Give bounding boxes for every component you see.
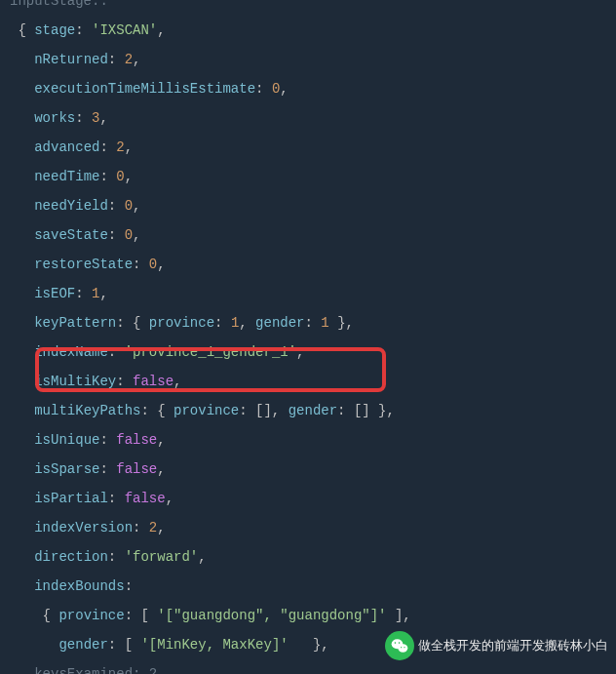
svg-point-1 <box>398 644 407 652</box>
token-key: needTime <box>34 169 99 184</box>
token-key: indexName <box>34 344 108 360</box>
code-line: indexBounds: <box>10 572 616 601</box>
code-line: { stage: 'IXSCAN', <box>10 16 616 45</box>
token-number: 0 <box>149 257 157 272</box>
token-number: 2 <box>125 52 133 67</box>
svg-point-4 <box>401 647 402 648</box>
token-bool: false <box>125 491 166 506</box>
token-key: isEOF <box>34 286 75 301</box>
token-key: province <box>58 608 124 623</box>
token-number: 2 <box>149 666 157 674</box>
token-number: 2 <box>149 520 157 535</box>
token-number: 0 <box>125 198 133 214</box>
code-line: restoreState: 0, <box>10 250 616 279</box>
token-key: isUnique <box>34 432 99 448</box>
code-line: keysExamined: 2 <box>10 659 616 674</box>
token-key: direction <box>34 549 108 565</box>
code-line: keyPattern: { province: 1, gender: 1 }, <box>10 308 616 337</box>
token-number: 0 <box>116 169 124 184</box>
token-key: multiKeyPaths <box>34 403 140 418</box>
svg-point-3 <box>399 642 401 644</box>
code-line-highlighted: indexName: 'province_1_gender_1', <box>10 337 616 367</box>
code-line: needYield: 0, <box>10 191 616 220</box>
token-key: needYield <box>34 198 108 214</box>
code-line: nReturned: 2, <box>10 45 616 74</box>
token-key: keyPattern <box>34 315 116 331</box>
token-key: saveState <box>34 227 108 243</box>
token-bool: false <box>116 432 157 448</box>
code-line: multiKeyPaths: { province: [], gender: [… <box>10 396 616 425</box>
token-key: executionTimeMillisEstimate <box>34 81 255 97</box>
code-line: indexVersion: 2, <box>10 513 616 542</box>
token-key: indexVersion <box>34 520 133 535</box>
code-line: works: 3, <box>10 103 616 133</box>
token-key: inputStage: <box>10 0 99 9</box>
token-key: isSparse <box>34 461 99 477</box>
svg-point-2 <box>395 642 397 644</box>
token-string: 'IXSCAN' <box>92 22 157 38</box>
code-line: { province: [ '["guangdong", "guangdong"… <box>10 601 616 630</box>
token-string: 'forward' <box>125 549 199 565</box>
wechat-icon <box>385 631 414 660</box>
token-key: restoreState <box>34 257 133 272</box>
token-key: isPartial <box>34 491 108 506</box>
token-string: '[MinKey, MaxKey]' <box>140 637 288 653</box>
token-key: keysExamined <box>34 666 133 674</box>
svg-point-5 <box>404 647 404 648</box>
token-key: stage <box>34 22 75 38</box>
code-line: executionTimeMillisEstimate: 0, <box>10 74 616 103</box>
token-key: isMultiKey <box>34 374 116 389</box>
code-line: direction: 'forward', <box>10 542 616 572</box>
watermark: 做全栈开发的前端开发搬砖林小白 <box>385 631 608 660</box>
token-key: gender <box>58 637 107 653</box>
token-key: gender <box>255 315 304 331</box>
token-key: advanced <box>34 139 99 155</box>
code-line: isPartial: false, <box>10 484 616 513</box>
code-line: isUnique: false, <box>10 425 616 455</box>
code-line: inputStage:: <box>10 0 616 16</box>
token-bool: false <box>116 461 157 477</box>
token-key: works <box>34 110 75 126</box>
token-string: '["guangdong", "guangdong"]' <box>157 608 386 623</box>
token-number: 1 <box>321 315 328 331</box>
code-line: isEOF: 1, <box>10 279 616 308</box>
token-key: province <box>149 315 214 331</box>
code-line: needTime: 0, <box>10 162 616 191</box>
token-key: province <box>173 403 239 418</box>
watermark-text: 做全栈开发的前端开发搬砖林小白 <box>418 631 608 660</box>
token-number: 0 <box>125 227 133 243</box>
code-line: isSparse: false, <box>10 455 616 484</box>
code-line: isMultiKey: false, <box>10 367 616 396</box>
code-line: advanced: 2, <box>10 133 616 162</box>
token-bool: false <box>133 374 173 389</box>
token-key: gender <box>289 403 337 418</box>
token-key: nReturned <box>34 52 108 67</box>
token-key: indexBounds <box>34 578 124 594</box>
code-line: saveState: 0, <box>10 220 616 250</box>
code-block: inputStage:: { stage: 'IXSCAN', nReturne… <box>0 0 616 674</box>
token-string: 'province_1_gender_1' <box>125 344 296 360</box>
token-number: 2 <box>116 139 124 155</box>
